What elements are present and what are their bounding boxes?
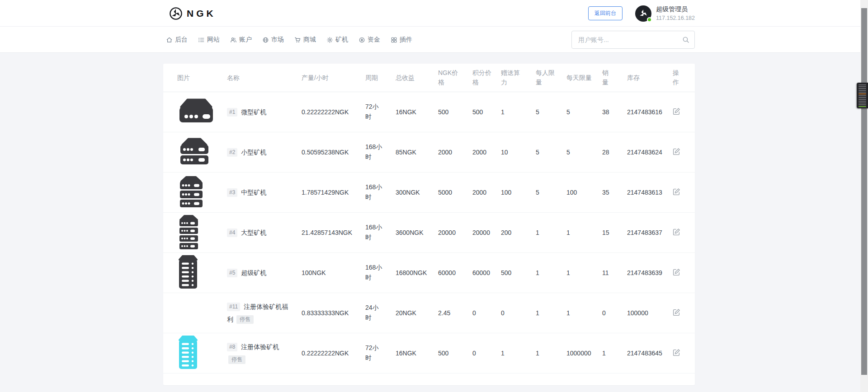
minimap-line [859, 95, 866, 96]
miner-id-badge: #8 [227, 343, 237, 352]
grid-icon [391, 37, 397, 43]
minimap-line [859, 86, 866, 87]
minimap-line [859, 92, 866, 93]
stock-cell: 2147483613 [620, 172, 666, 212]
bonus-hashrate-cell: 500 [494, 252, 529, 293]
admin-meta: 超级管理员 117.152.16.182 [656, 5, 695, 21]
scrollbar-thumb[interactable] [861, 8, 867, 375]
miner-id-badge: #11 [227, 303, 240, 312]
nav-item-backend[interactable]: 后台 [165, 34, 189, 46]
bonus-hashrate-cell: 0 [494, 293, 529, 333]
edit-button[interactable] [673, 148, 680, 155]
miner-name: 中型矿机 [241, 189, 266, 196]
sales-cell: 28 [595, 132, 620, 172]
action-cell [666, 132, 695, 172]
stock-cell: 2147483624 [620, 132, 666, 172]
avatar[interactable] [635, 5, 651, 22]
miner-name-cell: #4大型矿机 [220, 212, 295, 252]
edit-button[interactable] [673, 188, 680, 196]
per-day-limit-cell: 1 [560, 293, 595, 333]
nav-item-miners[interactable]: 矿机 [326, 34, 349, 46]
edit-button[interactable] [673, 308, 680, 316]
per-day-limit-cell: 5 [560, 132, 595, 172]
edit-icon [673, 107, 680, 115]
column-header: 图片 [163, 64, 220, 92]
miner-name: 微型矿机 [241, 108, 266, 116]
miner-name-cell: #2小型矿机 [220, 132, 295, 172]
miner-name-cell: #5超级矿机 [220, 252, 295, 293]
nav-item-plugins[interactable]: 插件 [390, 34, 413, 46]
edit-button[interactable] [673, 228, 680, 236]
total-income-cell: 85NGK [389, 132, 431, 172]
stock-cell: 2147483645 [620, 333, 666, 373]
miner-id-badge: #2 [227, 148, 237, 157]
minimap-line [859, 84, 866, 85]
column-header: 名称 [220, 64, 295, 92]
minimap-line [859, 93, 866, 94]
output-cell: 0.22222222NGK [295, 333, 359, 373]
nav-item-funds[interactable]: 资金 [358, 34, 381, 46]
edit-button[interactable] [673, 268, 680, 276]
nav-item-mall[interactable]: 商城 [293, 34, 317, 46]
brand-logo[interactable]: NGK [169, 7, 216, 20]
nav-label: 资金 [368, 36, 380, 44]
scroll-minimap-widget[interactable] [857, 83, 868, 108]
coin-icon [359, 37, 365, 43]
main-navbar: 后台网站账户市场商城矿机资金插件 [0, 27, 868, 53]
nav-item-website[interactable]: 网站 [197, 34, 221, 46]
edit-icon [673, 148, 680, 155]
search-input[interactable] [571, 31, 695, 49]
stock-cell: 2147483616 [620, 92, 666, 132]
nav-label: 后台 [175, 36, 188, 44]
output-cell: 0.22222222NGK [295, 92, 359, 132]
nav-item-accounts[interactable]: 账户 [229, 34, 253, 46]
column-header: 操 作 [666, 64, 695, 92]
table-header-row: 图片名称产量/小时周期总收益NGK价 格积分价 格赠送算 力每人限 量每天限量销… [163, 64, 695, 92]
search-icon[interactable] [682, 36, 689, 45]
per-person-limit-cell: 5 [529, 172, 560, 212]
miner-id-badge: #5 [227, 269, 237, 278]
bonus-hashrate-cell: 100 [494, 172, 529, 212]
output-cell: 0.50595238NGK [295, 132, 359, 172]
edit-button[interactable] [673, 349, 680, 356]
per-person-limit-cell: 5 [529, 132, 560, 172]
per-day-limit-cell: 1000000 [560, 333, 595, 373]
total-income-cell: 16NGK [389, 92, 431, 132]
scrollbar[interactable] [860, 0, 868, 392]
miner-id-badge: #1 [227, 108, 237, 117]
top-header: NGK 返回前台 超级管理员 117.152.16.1 [0, 0, 868, 27]
content-area: 图片名称产量/小时周期总收益NGK价 格积分价 格赠送算 力每人限 量每天限量销… [0, 53, 868, 385]
back-to-front-button[interactable]: 返回前台 [588, 6, 623, 20]
miner-image [177, 254, 199, 290]
sales-cell: 35 [595, 172, 620, 212]
ngk-price-cell: 2.45 [431, 293, 466, 333]
table-row: #8注册体验矿机 停售0.22222222NGK72小 时16NGK500011… [163, 333, 695, 373]
miner-image [177, 137, 212, 166]
per-day-limit-cell: 1 [560, 212, 595, 252]
column-header: 销 量 [595, 64, 620, 92]
miner-name-cell: #8注册体验矿机 停售 [220, 333, 295, 373]
nav-label: 插件 [400, 36, 412, 44]
miner-image-cell [163, 333, 220, 373]
minimap-line [859, 104, 866, 105]
user-search [571, 31, 695, 49]
sales-cell: 1 [595, 333, 620, 373]
minimap-line [859, 90, 866, 91]
cycle-cell: 168小 时 [359, 252, 389, 293]
home-icon [166, 37, 173, 43]
bonus-hashrate-cell: 1 [494, 333, 529, 373]
total-income-cell: 3600NGK [389, 212, 431, 252]
bonus-hashrate-cell: 200 [494, 212, 529, 252]
sales-cell: 11 [595, 252, 620, 293]
per-day-limit-cell: 100 [560, 172, 595, 212]
nav-item-market[interactable]: 市场 [261, 34, 285, 46]
action-cell [666, 92, 695, 132]
minimap-line [859, 97, 866, 98]
total-income-cell: 16NGK [389, 333, 431, 373]
miner-image-cell [163, 92, 220, 132]
miner-image-cell [163, 212, 220, 252]
action-cell [666, 252, 695, 293]
miner-name: 注册体验矿机 [241, 343, 279, 350]
sales-cell: 15 [595, 212, 620, 252]
edit-button[interactable] [673, 107, 680, 115]
